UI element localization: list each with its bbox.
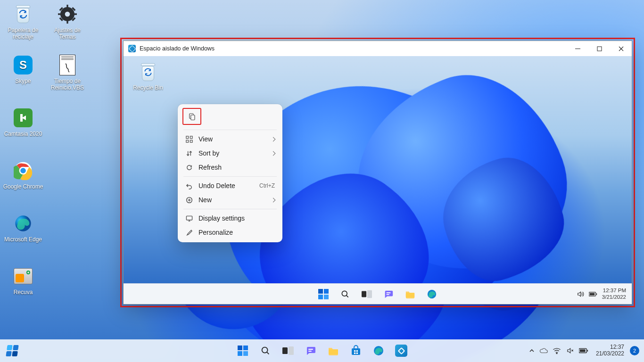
desktop-icon-theme-settings[interactable]: Ajustes de Temas — [46, 3, 89, 41]
annotation-highlight-window: Espacio aislado de Windows — [120, 38, 635, 307]
minimize-button[interactable] — [567, 41, 588, 56]
store-button[interactable] — [347, 341, 365, 360]
sandbox-start-button[interactable] — [314, 285, 333, 304]
task-view-button[interactable] — [279, 341, 297, 360]
maximize-button[interactable] — [588, 41, 610, 56]
desktop-icon-label: Camtasia 2020 — [2, 131, 44, 138]
edge-icon — [12, 212, 34, 235]
menu-item-personalize[interactable]: Personalize — [181, 225, 280, 239]
svg-rect-20 — [186, 140, 188, 142]
desktop-icon-edge[interactable]: Microsoft Edge — [2, 212, 44, 243]
close-button[interactable] — [610, 41, 632, 56]
svg-rect-5 — [73, 13, 77, 15]
system-tray[interactable] — [529, 347, 588, 354]
menu-item-refresh[interactable]: Refresh — [181, 160, 280, 174]
desktop-icon-camtasia[interactable]: Camtasia 2020 — [2, 107, 44, 138]
chevron-right-icon — [272, 198, 275, 202]
notification-badge[interactable]: 2 — [630, 346, 639, 355]
host-taskbar[interactable]: 12:37 21/03/2022 2 — [0, 339, 644, 362]
sandbox-taskbar[interactable]: 12:37 PM 3/21/2022 — [124, 283, 632, 304]
grid-icon — [185, 135, 193, 143]
search-button[interactable] — [256, 341, 275, 360]
svg-rect-32 — [589, 293, 594, 295]
taskbar-clock[interactable]: 12:37 21/03/2022 — [596, 344, 624, 357]
sandbox-taskbar-button[interactable] — [392, 341, 411, 360]
sandbox-chat-button[interactable] — [379, 285, 398, 304]
start-button[interactable] — [233, 341, 252, 360]
separator — [183, 130, 277, 130]
sandbox-desktop-icon-recycle-bin[interactable]: Recycle Bin — [130, 62, 166, 91]
desktop-icon-label: Recycle Bin — [130, 84, 166, 91]
svg-rect-38 — [308, 351, 312, 352]
menu-label: New — [198, 196, 266, 204]
svg-rect-4 — [58, 13, 62, 15]
chat-button[interactable] — [301, 341, 320, 360]
desktop-icon-label: Recuva — [2, 289, 44, 296]
svg-point-34 — [262, 347, 268, 353]
gear-icon — [56, 3, 79, 25]
menu-item-sort-by[interactable]: Sort by — [181, 146, 280, 160]
svg-rect-44 — [356, 353, 358, 354]
edge-button[interactable] — [369, 341, 388, 360]
svg-rect-25 — [362, 291, 366, 297]
separator — [183, 176, 277, 177]
desktop-icon-vbs-script[interactable]: Tiempo de Reinicio.VBS — [46, 54, 89, 91]
context-menu-icon-strip — [181, 107, 280, 128]
chevron-up-icon[interactable] — [529, 348, 535, 354]
svg-rect-18 — [186, 136, 188, 138]
menu-label: Display settings — [198, 214, 275, 222]
sandbox-task-view-button[interactable] — [357, 285, 376, 304]
window-title: Espacio aislado de Windows — [140, 45, 215, 52]
menu-item-view[interactable]: View — [181, 132, 280, 146]
skype-icon: S — [12, 54, 34, 76]
menu-item-new[interactable]: New — [181, 193, 280, 207]
recycle-bin-icon — [12, 3, 34, 25]
desktop-icon-recycle-bin[interactable]: Papelera de reciclaje — [2, 3, 44, 41]
sandbox-search-button[interactable] — [336, 285, 355, 304]
separator — [183, 209, 277, 209]
script-file-icon — [56, 54, 79, 76]
desktop-icon-recuva[interactable]: Recuva — [2, 265, 44, 296]
svg-rect-2 — [66, 5, 68, 8]
brush-icon — [185, 229, 193, 236]
onedrive-icon[interactable] — [539, 347, 548, 354]
sandbox-desktop[interactable]: Recycle Bin View — [124, 56, 632, 283]
svg-rect-14 — [575, 49, 580, 49]
svg-rect-28 — [386, 294, 389, 295]
menu-label: Personalize — [198, 229, 275, 236]
widgets-button[interactable] — [3, 341, 22, 360]
sandbox-battery-icon[interactable] — [589, 291, 597, 297]
sort-icon — [185, 149, 193, 157]
svg-rect-17 — [191, 115, 195, 120]
titlebar[interactable]: Espacio aislado de Windows — [124, 41, 632, 56]
svg-rect-41 — [354, 350, 355, 352]
host-desktop[interactable]: Papelera de reciclaje Ajustes de Temas S… — [0, 0, 644, 362]
desktop-icon-skype[interactable]: S Skype — [2, 54, 44, 85]
battery-icon[interactable] — [579, 348, 588, 354]
sandbox-volume-icon[interactable] — [577, 290, 584, 298]
volume-mute-icon[interactable] — [566, 347, 574, 354]
windows-sandbox-window[interactable]: Espacio aislado de Windows — [123, 41, 632, 304]
menu-item-display-settings[interactable]: Display settings — [181, 211, 280, 225]
menu-item-undo-delete[interactable]: Undo Delete Ctrl+Z — [181, 179, 280, 193]
sandbox-date: 3/21/2022 — [602, 294, 626, 300]
svg-rect-42 — [356, 350, 358, 352]
desktop-icon-chrome[interactable]: Google Chrome — [2, 159, 44, 190]
undo-icon — [185, 182, 193, 189]
paste-button[interactable] — [182, 108, 201, 125]
desktop-icon-label: Microsoft Edge — [2, 237, 44, 243]
menu-label: Undo Delete — [198, 182, 254, 189]
svg-rect-23 — [186, 216, 192, 220]
sandbox-explorer-button[interactable] — [401, 285, 420, 304]
file-explorer-button[interactable] — [324, 341, 343, 360]
sandbox-edge-button[interactable] — [422, 285, 441, 304]
desktop-context-menu[interactable]: View Sort by Refresh — [178, 104, 282, 242]
svg-rect-33 — [596, 293, 597, 295]
svg-rect-3 — [66, 20, 68, 24]
desktop-icon-label: Papelera de reciclaje — [2, 27, 44, 41]
svg-rect-40 — [352, 348, 360, 355]
sandbox-clock[interactable]: 12:37 PM 3/21/2022 — [602, 288, 626, 300]
menu-label: Sort by — [198, 149, 266, 157]
wifi-icon[interactable] — [553, 347, 561, 354]
svg-rect-37 — [308, 349, 313, 350]
